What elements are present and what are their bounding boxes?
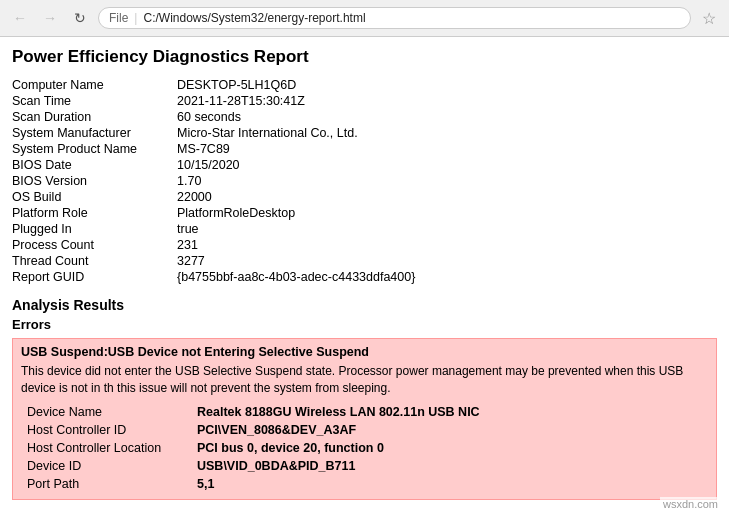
field-label: OS Build <box>12 189 177 205</box>
protocol-label: File <box>109 11 128 25</box>
detail-value: Realtek 8188GU Wireless LAN 802.11n USB … <box>191 403 708 421</box>
field-value: 60 seconds <box>177 109 717 125</box>
field-value: 22000 <box>177 189 717 205</box>
detail-value: PCI\VEN_8086&DEV_A3AF <box>191 421 708 439</box>
field-label: Computer Name <box>12 77 177 93</box>
table-row: Device NameRealtek 8188GU Wireless LAN 8… <box>21 403 708 421</box>
field-label: Plugged In <box>12 221 177 237</box>
watermark: wsxdn.com <box>660 497 721 511</box>
detail-value: USB\VID_0BDA&PID_B711 <box>191 457 708 475</box>
refresh-button[interactable]: ↻ <box>68 6 92 30</box>
field-value: Micro-Star International Co., Ltd. <box>177 125 717 141</box>
table-row: Scan Time2021-11-28T15:30:41Z <box>12 93 717 109</box>
field-label: System Product Name <box>12 141 177 157</box>
table-row: Platform RolePlatformRoleDesktop <box>12 205 717 221</box>
table-row: BIOS Version1.70 <box>12 173 717 189</box>
browser-chrome: ← → ↻ File | C:/Windows/System32/energy-… <box>0 0 729 37</box>
detail-label: Device Name <box>21 403 191 421</box>
page-content: Power Efficiency Diagnostics Report Comp… <box>0 37 729 518</box>
address-url: C:/Windows/System32/energy-report.html <box>143 11 680 25</box>
field-label: Platform Role <box>12 205 177 221</box>
system-info-table: Computer NameDESKTOP-5LH1Q6DScan Time202… <box>12 77 717 285</box>
address-separator: | <box>134 11 137 25</box>
error-block-title: USB Suspend:USB Device not Entering Sele… <box>21 345 708 359</box>
field-value: 2021-11-28T15:30:41Z <box>177 93 717 109</box>
field-label: Report GUID <box>12 269 177 285</box>
field-label: Process Count <box>12 237 177 253</box>
browser-toolbar: ← → ↻ File | C:/Windows/System32/energy-… <box>0 0 729 36</box>
field-value: MS-7C89 <box>177 141 717 157</box>
field-label: BIOS Version <box>12 173 177 189</box>
error-detail-table: Device NameRealtek 8188GU Wireless LAN 8… <box>21 403 708 493</box>
detail-label: Host Controller ID <box>21 421 191 439</box>
address-bar[interactable]: File | C:/Windows/System32/energy-report… <box>98 7 691 29</box>
detail-value: 5,1 <box>191 475 708 493</box>
report-title: Power Efficiency Diagnostics Report <box>12 47 717 67</box>
table-row: BIOS Date10/15/2020 <box>12 157 717 173</box>
analysis-title: Analysis Results <box>12 297 717 313</box>
table-row: Report GUID{b4755bbf-aa8c-4b03-adec-c443… <box>12 269 717 285</box>
field-value: true <box>177 221 717 237</box>
field-value: 10/15/2020 <box>177 157 717 173</box>
table-row: Host Controller IDPCI\VEN_8086&DEV_A3AF <box>21 421 708 439</box>
error-block-description: This device did not enter the USB Select… <box>21 363 708 397</box>
table-row: System Product NameMS-7C89 <box>12 141 717 157</box>
field-value: 3277 <box>177 253 717 269</box>
table-row: System ManufacturerMicro-Star Internatio… <box>12 125 717 141</box>
table-row: Device IDUSB\VID_0BDA&PID_B711 <box>21 457 708 475</box>
table-row: Process Count231 <box>12 237 717 253</box>
back-button[interactable]: ← <box>8 6 32 30</box>
field-value: PlatformRoleDesktop <box>177 205 717 221</box>
table-row: Thread Count3277 <box>12 253 717 269</box>
table-row: OS Build22000 <box>12 189 717 205</box>
table-row: Port Path5,1 <box>21 475 708 493</box>
field-label: Thread Count <box>12 253 177 269</box>
field-label: Scan Duration <box>12 109 177 125</box>
field-label: BIOS Date <box>12 157 177 173</box>
table-row: Plugged Intrue <box>12 221 717 237</box>
table-row: Computer NameDESKTOP-5LH1Q6D <box>12 77 717 93</box>
field-label: Scan Time <box>12 93 177 109</box>
field-value: {b4755bbf-aa8c-4b03-adec-c4433ddfa400} <box>177 269 717 285</box>
detail-value: PCI bus 0, device 20, function 0 <box>191 439 708 457</box>
detail-label: Host Controller Location <box>21 439 191 457</box>
table-row: Scan Duration60 seconds <box>12 109 717 125</box>
table-row: Host Controller LocationPCI bus 0, devic… <box>21 439 708 457</box>
errors-label: Errors <box>12 317 717 332</box>
bookmark-button[interactable]: ☆ <box>697 6 721 30</box>
field-value: DESKTOP-5LH1Q6D <box>177 77 717 93</box>
detail-label: Device ID <box>21 457 191 475</box>
error-block: USB Suspend:USB Device not Entering Sele… <box>12 338 717 500</box>
forward-button[interactable]: → <box>38 6 62 30</box>
detail-label: Port Path <box>21 475 191 493</box>
field-label: System Manufacturer <box>12 125 177 141</box>
field-value: 231 <box>177 237 717 253</box>
field-value: 1.70 <box>177 173 717 189</box>
